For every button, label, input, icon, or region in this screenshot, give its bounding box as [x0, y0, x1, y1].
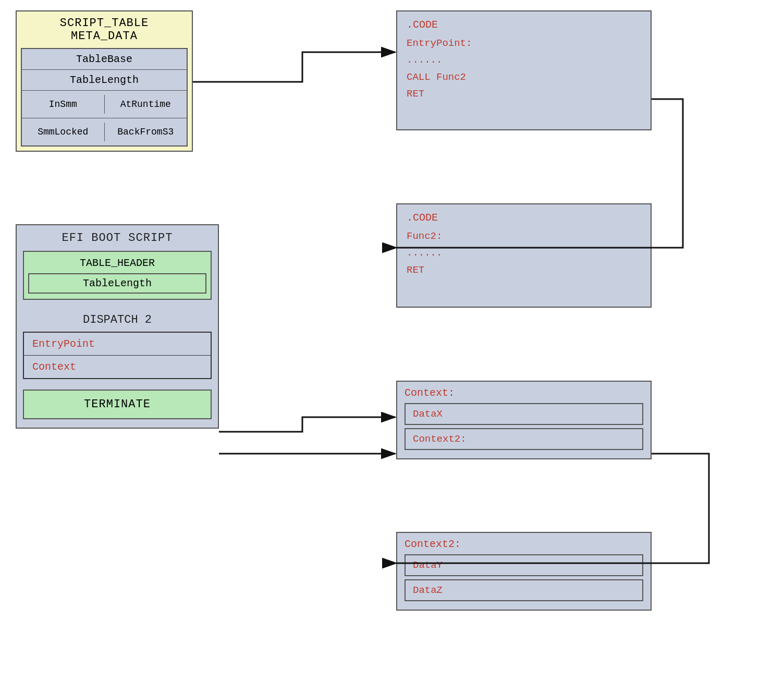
ctx-dataz: DataZ	[405, 579, 643, 601]
code-box-1: .CODE EntryPoint: ...... CALL Func2 RET	[396, 10, 652, 130]
table-row-tablelength: TableLength	[22, 70, 187, 91]
code-line-ret1: RET	[407, 86, 641, 102]
code-line-entrypoint: EntryPoint:	[407, 35, 641, 52]
ctx-box-1: Context: DataX Context2:	[396, 381, 652, 459]
table-row-smmlocked-backfroms3: SmmLocked BackFromS3	[22, 118, 187, 145]
dispatch-section: DISPATCH 2 EntryPoint Context	[23, 310, 212, 379]
code-line-dots1: ......	[407, 52, 641, 68]
code-box-1-content: EntryPoint: ...... CALL Func2 RET	[407, 35, 641, 102]
script-table-title: SCRIPT_TABLE META_DATA	[17, 11, 192, 46]
atruntime-cell: AtRuntime	[105, 95, 187, 114]
script-table-outer: SCRIPT_TABLE META_DATA TableBase TableLe…	[16, 10, 193, 152]
code-box-1-title: .CODE	[407, 19, 641, 31]
arrow-entrypoint-to-ctx	[219, 417, 395, 432]
table-row-tablebase: TableBase	[22, 49, 187, 70]
dispatch-title: DISPATCH 2	[23, 310, 212, 332]
ctx-datax: DataX	[405, 403, 643, 425]
efi-boot-script-outer: EFI BOOT SCRIPT TABLE_HEADER TableLength…	[16, 224, 219, 429]
code-line-dots2: ......	[407, 245, 641, 261]
ctx-box-2: Context2: DataY DataZ	[396, 532, 652, 611]
efi-table-header-title: TABLE_HEADER	[24, 255, 211, 271]
ctx-datay: DataY	[405, 554, 643, 576]
arrow-tablebase-to-entrypoint	[193, 52, 395, 82]
insmm-cell: InSmm	[22, 95, 105, 114]
dispatch-inner: EntryPoint Context	[23, 332, 212, 379]
script-table-inner: TableBase TableLength InSmm AtRuntime Sm…	[21, 48, 188, 147]
ctx-box-1-label: Context:	[405, 387, 643, 399]
dispatch-context: Context	[24, 356, 211, 378]
code-box-2: .CODE Func2: ...... RET	[396, 203, 652, 308]
efi-table-header: TABLE_HEADER TableLength	[23, 251, 212, 300]
table-row-insmm-atruntime: InSmm AtRuntime	[22, 91, 187, 118]
code-line-func2: Func2:	[407, 228, 641, 245]
code-line-call: CALL Func2	[407, 69, 641, 86]
efi-title: EFI BOOT SCRIPT	[17, 225, 218, 249]
dispatch-entrypoint: EntryPoint	[24, 333, 211, 356]
ctx-box-2-label: Context2:	[405, 538, 643, 550]
ctx-context2-ref: Context2:	[405, 428, 643, 450]
code-box-2-content: Func2: ...... RET	[407, 228, 641, 278]
code-box-2-title: .CODE	[407, 212, 641, 224]
code-line-ret2: RET	[407, 262, 641, 278]
efi-table-header-sub: TableLength	[28, 273, 206, 294]
smmlocked-cell: SmmLocked	[22, 123, 105, 141]
backfroms3-cell: BackFromS3	[105, 123, 187, 141]
terminate-box: TERMINATE	[23, 390, 212, 419]
